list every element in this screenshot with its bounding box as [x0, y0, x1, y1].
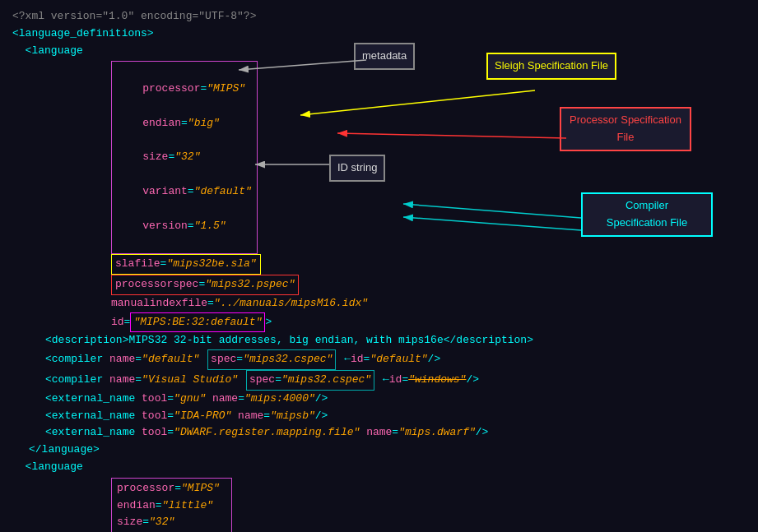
id-string-annotation: ID string — [329, 155, 385, 182]
lang1-ext1: <external_name tool="gnu" name="mips:400… — [45, 392, 328, 405]
metadata-label: metadata — [362, 49, 407, 62]
svg-line-9 — [403, 204, 581, 218]
processor-annotation: Processor SpecificationFile — [560, 107, 691, 151]
id-string-label: ID string — [337, 161, 377, 173]
processor-label: Processor SpecificationFile — [570, 113, 681, 143]
svg-line-10 — [403, 217, 581, 230]
svg-line-7 — [337, 133, 566, 138]
lang-defs-open: <language_definitions> — [12, 25, 746, 43]
lang1-ext3: <external_name tool="DWARF.register.mapp… — [45, 426, 488, 438]
lang1-id: id="MIPS:BE:32:default"> — [111, 316, 272, 328]
lang1-desc: <description>MIPS32 32-bit addresses, bi… — [45, 334, 533, 346]
compiler-label: CompilerSpecification File — [607, 199, 687, 229]
compiler-annotation: CompilerSpecification File — [581, 192, 713, 237]
xml-declaration: <?xml version="1.0" encoding="UTF-8"?> — [12, 8, 746, 25]
code-display: <?xml version="1.0" encoding="UTF-8"?> <… — [0, 0, 758, 532]
svg-line-5 — [239, 60, 366, 70]
lang1-close: </language> — [29, 443, 100, 456]
lang1-ext2: <external_name tool="IDA-PRO" name="mips… — [45, 409, 328, 422]
metadata-annotation: metadata — [354, 43, 415, 70]
lang1-slafile: slafile="mips32be.sla" — [111, 257, 261, 270]
svg-line-6 — [300, 90, 535, 115]
lang2-open: <language — [12, 459, 746, 476]
lang1-compiler2: <compiler name="Visual Studio" spec="mip… — [45, 373, 479, 386]
lang1-compiler1: <compiler name="default" spec="mips32.cs… — [45, 353, 440, 365]
lang1-manualindex: manualindexfile="../manuals/mipsM16.idx" — [111, 297, 368, 309]
lang1-processorspec: processorspec="mips32.pspec" — [111, 278, 299, 290]
lang1-processor: processor="MIPS" endian="big" size="32" … — [111, 61, 258, 254]
sleigh-label: Sleigh Specification File — [495, 59, 608, 72]
sleigh-annotation: Sleigh Specification File — [486, 53, 616, 80]
